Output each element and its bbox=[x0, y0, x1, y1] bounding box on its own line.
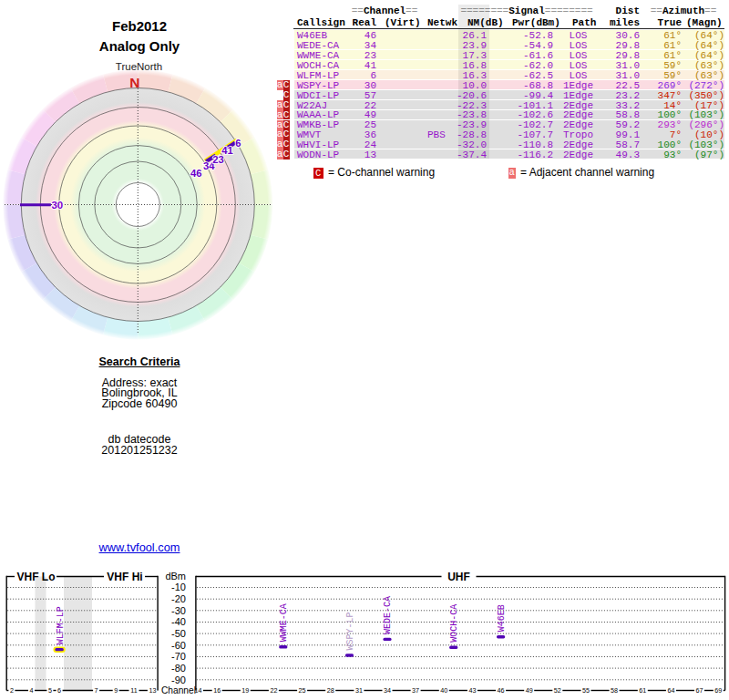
svg-text:52: 52 bbox=[554, 686, 561, 695]
svg-text:46: 46 bbox=[190, 168, 202, 179]
svg-text:31: 31 bbox=[355, 686, 363, 695]
svg-text:19: 19 bbox=[241, 686, 249, 695]
svg-text:-90: -90 bbox=[171, 674, 186, 685]
svg-text:-40: -40 bbox=[171, 616, 186, 627]
svg-text:25: 25 bbox=[299, 686, 306, 695]
svg-text:dBm: dBm bbox=[165, 571, 186, 582]
svg-text:34: 34 bbox=[384, 686, 391, 695]
svg-text:-20: -20 bbox=[171, 593, 186, 604]
svg-text:W46EB: W46EB bbox=[497, 604, 507, 632]
svg-text:6: 6 bbox=[235, 138, 241, 149]
svg-text:-60: -60 bbox=[171, 640, 186, 651]
svg-text:64: 64 bbox=[667, 686, 674, 695]
svg-text:-70: -70 bbox=[171, 651, 186, 662]
svg-text:4: 4 bbox=[30, 686, 34, 695]
svg-text:41: 41 bbox=[221, 145, 233, 156]
svg-text:VHF Hi: VHF Hi bbox=[107, 571, 142, 583]
svg-text:7: 7 bbox=[95, 686, 98, 695]
svg-text:6: 6 bbox=[57, 686, 61, 695]
svg-text:40: 40 bbox=[440, 686, 447, 695]
svg-text:13: 13 bbox=[149, 686, 156, 695]
svg-text:69: 69 bbox=[714, 686, 722, 695]
svg-text:11: 11 bbox=[130, 686, 137, 695]
svg-text:WEDE-CA: WEDE-CA bbox=[383, 596, 393, 634]
svg-text:28: 28 bbox=[327, 686, 334, 695]
svg-text:-10: -10 bbox=[171, 582, 186, 592]
svg-text:55: 55 bbox=[582, 686, 590, 695]
svg-text:30: 30 bbox=[51, 200, 63, 211]
svg-text:WLFM-LP: WLFM-LP bbox=[56, 606, 66, 644]
svg-text:VHF Lo: VHF Lo bbox=[17, 571, 56, 583]
svg-text:N: N bbox=[129, 75, 139, 90]
svg-text:-30: -30 bbox=[171, 605, 186, 616]
svg-text:5: 5 bbox=[48, 686, 52, 695]
svg-text:49: 49 bbox=[526, 686, 533, 695]
svg-text:WWME-CA: WWME-CA bbox=[279, 603, 289, 642]
svg-text:Channel: Channel bbox=[161, 685, 196, 695]
svg-text:37: 37 bbox=[412, 686, 419, 695]
svg-text:9: 9 bbox=[114, 686, 118, 695]
svg-text:22: 22 bbox=[270, 686, 277, 695]
svg-text:UHF: UHF bbox=[447, 571, 470, 583]
svg-text:46: 46 bbox=[498, 686, 505, 695]
svg-text:WSPY-LP: WSPY-LP bbox=[345, 612, 355, 650]
svg-text:2: 2 bbox=[10, 686, 14, 695]
svg-text:67: 67 bbox=[696, 686, 703, 695]
svg-text:43: 43 bbox=[468, 686, 476, 695]
svg-text:58: 58 bbox=[611, 686, 618, 695]
svg-text:-50: -50 bbox=[171, 628, 186, 639]
svg-text:WOCH-CA: WOCH-CA bbox=[449, 604, 459, 643]
svg-text:61: 61 bbox=[639, 686, 646, 695]
svg-text:-80: -80 bbox=[171, 663, 186, 674]
svg-text:16: 16 bbox=[213, 686, 221, 695]
